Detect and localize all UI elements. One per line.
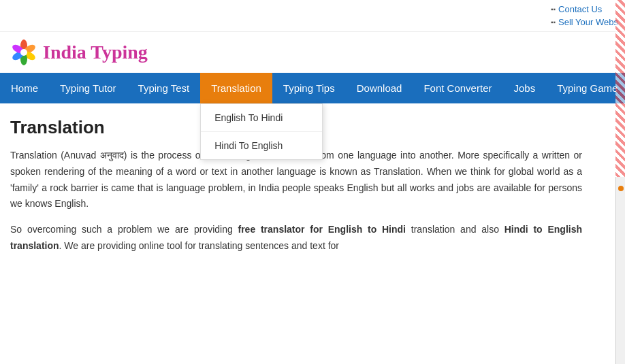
- header: India Typing: [0, 32, 625, 73]
- top-bar: ▪▪ Contact Us ▪▪ Sell Your Webs: [0, 0, 625, 32]
- para2-end: . We are providing online tool for trans…: [59, 240, 339, 251]
- content-para2: So overcoming such a problem we are prov…: [10, 222, 582, 254]
- scroll-indicator: [618, 186, 624, 191]
- logo-text: India Typing: [43, 42, 148, 63]
- nav-jobs[interactable]: Jobs: [502, 73, 546, 103]
- bullet-icon2: ▪▪: [551, 18, 556, 26]
- logo-container: India Typing: [10, 39, 148, 66]
- navigation: Home Typing Tutor Typing Test Translatio…: [0, 73, 625, 103]
- para2-bold: free translator for English to Hindi: [238, 224, 406, 235]
- nav-translation[interactable]: Translation English To Hindi Hindi To En…: [200, 73, 272, 103]
- nav-font-converter[interactable]: Font Converter: [413, 73, 502, 103]
- nav-home[interactable]: Home: [0, 73, 49, 103]
- sell-your-webs-link[interactable]: ▪▪ Sell Your Webs: [551, 16, 618, 29]
- right-scrollbar[interactable]: [615, 177, 625, 278]
- bullet-icon: ▪▪: [551, 5, 556, 13]
- svg-point-6: [20, 49, 27, 56]
- top-bar-links: ▪▪ Contact Us ▪▪ Sell Your Webs: [551, 0, 618, 31]
- nav-typing-test[interactable]: Typing Test: [127, 73, 201, 103]
- logo-icon: [10, 39, 37, 66]
- nav-typing-tips[interactable]: Typing Tips: [272, 73, 346, 103]
- dropdown-english-to-hindi[interactable]: English To Hindi: [201, 104, 322, 132]
- translation-dropdown: English To Hindi Hindi To English: [200, 103, 323, 160]
- nav-typing-tutor[interactable]: Typing Tutor: [49, 73, 127, 103]
- sell-your-webs-label: Sell Your Webs: [558, 17, 618, 27]
- contact-us-link[interactable]: ▪▪ Contact Us: [551, 3, 602, 16]
- nav-translation-label: Translation: [211, 82, 261, 94]
- contact-us-label: Contact Us: [558, 4, 602, 14]
- para2-start: So overcoming such a problem we are prov…: [10, 224, 238, 235]
- nav-typing-game[interactable]: Typing Game: [546, 73, 625, 103]
- nav-download[interactable]: Download: [346, 73, 413, 103]
- para2-mid: translation and also: [406, 224, 504, 235]
- dropdown-hindi-to-english[interactable]: Hindi To English: [201, 132, 322, 159]
